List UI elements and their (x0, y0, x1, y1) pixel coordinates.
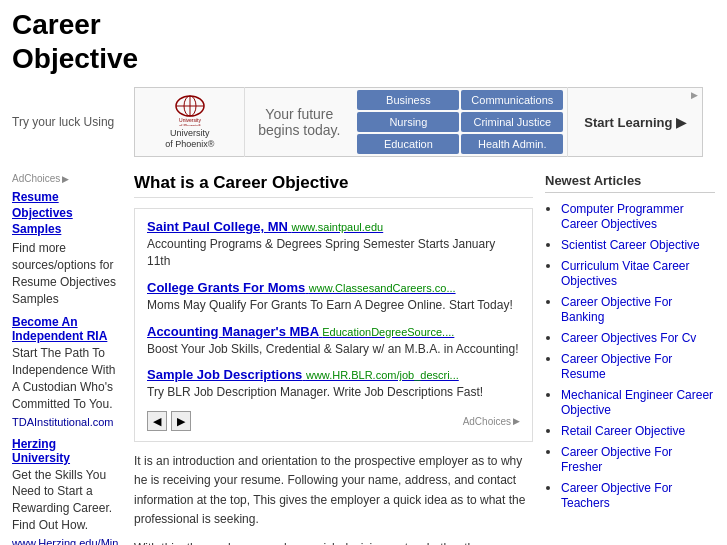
start-learning-label: Start Learning (584, 115, 672, 130)
ad-link-education[interactable]: Education (357, 134, 459, 154)
list-item: Career Objective For Resume (561, 351, 715, 381)
article-link-0[interactable]: Computer Programmer Career Objectives (561, 202, 684, 231)
page-title: Career Objective (12, 8, 715, 75)
article-link-5[interactable]: Career Objective For Resume (561, 352, 672, 381)
find-more-text: Find more sources/options for Resume Obj… (12, 240, 122, 307)
sidebar-section-resume: Resume Objectives Samples Find more sour… (12, 190, 122, 307)
sidebar-link-become-an[interactable]: Become An (12, 315, 122, 329)
articles-list: Computer Programmer Career Objectives Sc… (545, 201, 715, 510)
ad-prev-button[interactable]: ◀ (147, 411, 167, 431)
sidebar-link-university[interactable]: University (12, 451, 122, 465)
university-logo-icon: University of Phoenix® (172, 94, 208, 126)
ads-block: Saint Paul College, MN www.saintpaul.edu… (134, 208, 533, 442)
ad-item-0-title[interactable]: Saint Paul College, MN www.saintpaul.edu (147, 219, 520, 234)
article-link-6[interactable]: Mechanical Engineer Career Objective (561, 388, 713, 417)
ad-start-learning[interactable]: Start Learning ▶ (567, 87, 702, 157)
article-link-4[interactable]: Career Objectives For Cv (561, 331, 696, 345)
sidebar-link-resume[interactable]: Resume (12, 190, 122, 204)
sidebar-link-herzing[interactable]: Herzing (12, 437, 122, 451)
ad-item-3-desc: Try BLR Job Description Manager. Write J… (147, 384, 520, 401)
ria-link[interactable]: TDAInstitutional.com (12, 416, 113, 428)
main-section-title: What is a Career Objective (134, 173, 533, 198)
body-paragraph-1: With this, the reader can make a quick d… (134, 539, 533, 545)
ad-nav-row: ◀ ▶ AdChoices▶ (147, 411, 520, 431)
sidebar-section-herzing: Herzing University Get the Skills You Ne… (12, 437, 122, 545)
article-link-3[interactable]: Career Objective For Banking (561, 295, 672, 324)
ad-item-1-desc: Moms May Qualify For Grants To Earn A De… (147, 297, 520, 314)
ad-link-nursing[interactable]: Nursing (357, 112, 459, 132)
herzing-text: Get the Skills You Need to Start a Rewar… (12, 467, 122, 534)
ad-item-3: Sample Job Descriptions www.HR.BLR.com/j… (147, 367, 520, 401)
list-item: Career Objective For Teachers (561, 480, 715, 510)
newest-articles-heading: Newest Articles (545, 173, 715, 193)
list-item: Computer Programmer Career Objectives (561, 201, 715, 231)
ad-link-health-admin[interactable]: Health Admin. (461, 134, 563, 154)
ad-next-button[interactable]: ▶ (171, 411, 191, 431)
herzing-link[interactable]: www.Herzing.edu/Min... (12, 537, 128, 545)
ad-item-2-title[interactable]: Accounting Manager's MBA EducationDegree… (147, 324, 520, 339)
ad-link-business[interactable]: Business (357, 90, 459, 110)
ad-link-criminal-justice[interactable]: Criminal Justice (461, 112, 563, 132)
sidebar-section-ria: Become An Independent RIA Start The Path… (12, 315, 122, 428)
try-luck-text: Try your luck Using (12, 115, 114, 129)
start-arrow-icon: ▶ (676, 115, 686, 130)
ad-logo-text: Universityof Phoenix® (165, 128, 214, 151)
article-link-7[interactable]: Retail Career Objective (561, 424, 685, 438)
ad-links-grid: Business Communications Nursing Criminal… (353, 86, 567, 158)
ad-tagline: Your future begins today. (245, 106, 353, 138)
ad-item-2: Accounting Manager's MBA EducationDegree… (147, 324, 520, 358)
ad-choices-main: AdChoices▶ (463, 416, 520, 427)
list-item: Curriculum Vitae Career Objectives (561, 258, 715, 288)
sidebar-link-samples[interactable]: Samples (12, 222, 122, 236)
ad-logo: University of Phoenix® Universityof Phoe… (135, 87, 245, 157)
ad-link-communications[interactable]: Communications (461, 90, 563, 110)
ria-text: Start The Path To Independence With A Cu… (12, 345, 122, 412)
article-link-1[interactable]: Scientist Career Objective (561, 238, 700, 252)
ad-item-3-title[interactable]: Sample Job Descriptions www.HR.BLR.com/j… (147, 367, 520, 382)
ad-choices-left: AdChoices ▶ (12, 173, 122, 184)
list-item: Scientist Career Objective (561, 237, 715, 252)
list-item: Career Objective For Fresher (561, 444, 715, 474)
article-link-2[interactable]: Curriculum Vitae Career Objectives (561, 259, 690, 288)
ad-item-1-title[interactable]: College Grants For Moms www.ClassesandCa… (147, 280, 520, 295)
list-item: Mechanical Engineer Career Objective (561, 387, 715, 417)
ad-item-0: Saint Paul College, MN www.saintpaul.edu… (147, 219, 520, 270)
list-item: Career Objectives For Cv (561, 330, 715, 345)
sidebar-link-independent-ria[interactable]: Independent RIA (12, 329, 122, 343)
list-item: Retail Career Objective (561, 423, 715, 438)
ad-item-1: College Grants For Moms www.ClassesandCa… (147, 280, 520, 314)
body-paragraph-0: It is an introduction and orientation to… (134, 452, 533, 529)
article-link-9[interactable]: Career Objective For Teachers (561, 481, 672, 510)
ad-badge: ▶ (691, 90, 698, 100)
ad-item-0-desc: Accounting Programs & Degrees Spring Sem… (147, 236, 520, 270)
svg-text:of Phoenix®: of Phoenix® (179, 123, 201, 126)
article-link-8[interactable]: Career Objective For Fresher (561, 445, 672, 474)
sidebar-link-objectives[interactable]: Objectives (12, 206, 122, 220)
ad-item-2-desc: Boost Your Job Skills, Credential & Sala… (147, 341, 520, 358)
list-item: Career Objective For Banking (561, 294, 715, 324)
